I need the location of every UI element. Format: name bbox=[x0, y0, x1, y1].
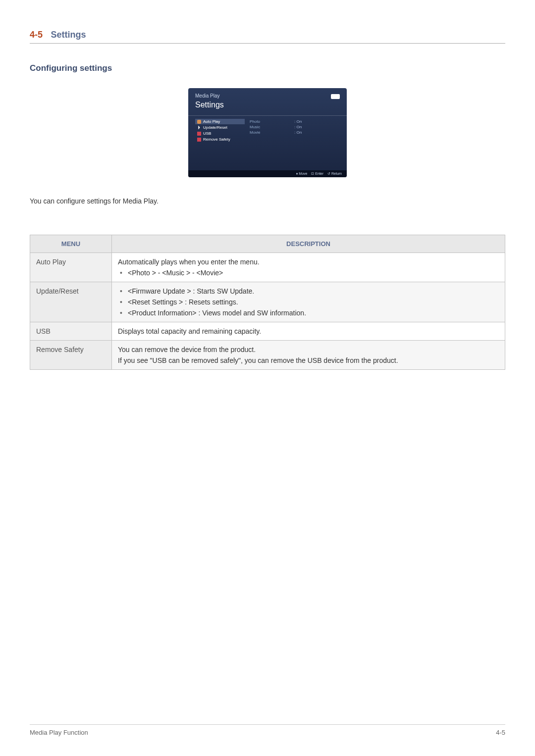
table-header-menu: MENU bbox=[30, 235, 112, 253]
bullet-item: <Product Information> : Views model and … bbox=[118, 309, 499, 317]
osd-option-movie: Movie bbox=[250, 130, 284, 135]
section-header: 4-5 Settings bbox=[30, 30, 505, 44]
osd-panel: Media Play Settings Auto Play Update/Res… bbox=[188, 88, 347, 177]
usb-icon bbox=[331, 94, 340, 99]
osd-item-label: Update/Reset bbox=[203, 125, 227, 130]
osd-value-music: : On bbox=[294, 124, 340, 130]
osd-menu-removesafety: Remove Safety bbox=[195, 137, 245, 142]
osd-menu-usb: USB bbox=[195, 131, 245, 136]
osd-footer-move: ♦ Move bbox=[296, 172, 308, 175]
arrow-icon bbox=[197, 126, 201, 130]
table-cell-menu: USB bbox=[30, 322, 112, 341]
intro-text: You can configure settings for Media Pla… bbox=[30, 197, 505, 205]
gear-icon bbox=[197, 120, 201, 124]
osd-menu-autoplay: Auto Play bbox=[195, 119, 245, 124]
osd-value-photo: : On bbox=[294, 119, 340, 124]
desc-bullets: <Photo > - <Music > - <Movie> bbox=[118, 269, 499, 277]
table-header-row: MENU DESCRIPTION bbox=[30, 235, 505, 253]
section-number: 4-5 bbox=[30, 30, 43, 40]
osd-item-label: Auto Play bbox=[203, 119, 220, 124]
table-row: Remove Safety You can remove the device … bbox=[30, 341, 505, 370]
osd-footer-enter: ⊡ Enter bbox=[311, 172, 323, 175]
table-cell-menu: Remove Safety bbox=[30, 341, 112, 370]
table-cell-menu: Auto Play bbox=[30, 253, 112, 282]
osd-left-menu: Auto Play Update/Reset USB Remove Safety bbox=[195, 119, 245, 143]
table-header-description: DESCRIPTION bbox=[112, 235, 505, 253]
table-cell-desc: <Firmware Update > : Starts SW Update. <… bbox=[112, 282, 505, 322]
bullet-item: <Firmware Update > : Starts SW Update. bbox=[118, 287, 499, 295]
section-title: Settings bbox=[51, 30, 86, 40]
footer-right: 4-5 bbox=[496, 729, 505, 736]
desc-bullets: <Firmware Update > : Starts SW Update. <… bbox=[118, 287, 499, 317]
table-row: Update/Reset <Firmware Update > : Starts… bbox=[30, 282, 505, 322]
osd-right-column: : On : On : On bbox=[284, 119, 340, 143]
osd-settings-label: Settings bbox=[195, 101, 340, 109]
table-row: Auto Play Automatically plays when you e… bbox=[30, 253, 505, 282]
osd-menu-updatereset: Update/Reset bbox=[195, 125, 245, 130]
osd-value-movie: : On bbox=[294, 130, 340, 135]
osd-item-label: USB bbox=[203, 131, 211, 136]
osd-footer-return: ↺ Return bbox=[327, 172, 342, 175]
osd-middle-column: Photo Music Movie bbox=[245, 119, 284, 143]
table-row: USB Displays total capacity and remainin… bbox=[30, 322, 505, 341]
table-cell-menu: Update/Reset bbox=[30, 282, 112, 322]
osd-item-label: Remove Safety bbox=[203, 137, 230, 142]
desc-text: You can remove the device from the produ… bbox=[118, 346, 499, 353]
table-cell-desc: You can remove the device from the produ… bbox=[112, 341, 505, 370]
osd-screenshot-container: Media Play Settings Auto Play Update/Res… bbox=[30, 88, 505, 177]
osd-header: Media Play Settings bbox=[188, 88, 347, 111]
bullet-item: <Photo > - <Music > - <Movie> bbox=[118, 269, 499, 277]
osd-option-photo: Photo bbox=[250, 119, 284, 124]
osd-footer: ♦ Move ⊡ Enter ↺ Return bbox=[188, 170, 347, 177]
desc-text: If you see "USB can be removed safely", … bbox=[118, 356, 499, 364]
eject-icon bbox=[197, 138, 201, 142]
page-footer: Media Play Function 4-5 bbox=[30, 724, 505, 736]
osd-mediaplay-label: Media Play bbox=[195, 93, 340, 99]
disk-icon bbox=[197, 132, 201, 136]
osd-content: Auto Play Update/Reset USB Remove Safety… bbox=[188, 116, 347, 146]
settings-table: MENU DESCRIPTION Auto Play Automatically… bbox=[30, 235, 505, 370]
subsection-title: Configuring settings bbox=[30, 63, 505, 73]
footer-left: Media Play Function bbox=[30, 729, 88, 736]
table-cell-desc: Displays total capacity and remaining ca… bbox=[112, 322, 505, 341]
bullet-item: <Reset Settings > : Resets settings. bbox=[118, 298, 499, 306]
table-cell-desc: Automatically plays when you enter the m… bbox=[112, 253, 505, 282]
desc-text: Automatically plays when you enter the m… bbox=[118, 258, 499, 266]
osd-option-music: Music bbox=[250, 124, 284, 130]
